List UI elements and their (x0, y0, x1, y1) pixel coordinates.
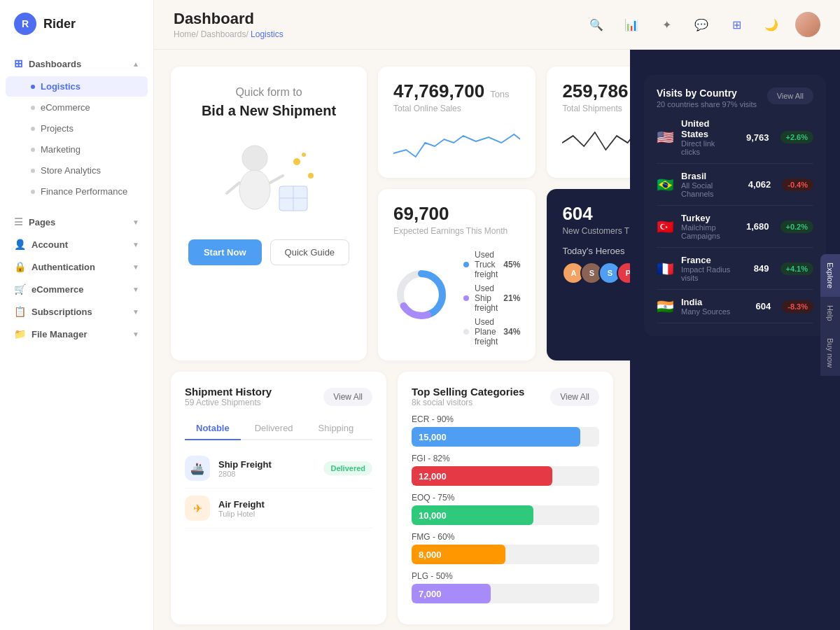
country-change-1: -0.4% (782, 178, 813, 191)
search-button[interactable]: 🔍 (585, 13, 608, 36)
bar-track-4: 7,000 (412, 584, 599, 603)
account-icon: 👤 (14, 239, 26, 250)
svg-line-2 (227, 183, 239, 193)
chevron-down-icon: ▼ (132, 241, 139, 248)
sidebar-group-auth[interactable]: 🔒 Authentication ▼ (0, 255, 153, 278)
breadcrumb-dashboards[interactable]: Dashboards/ (201, 29, 251, 39)
shipment-history-header: Shipment History 59 Active Shipments Vie… (185, 386, 372, 407)
stats-grid: 47,769,700 Tons Total Online Sales 259,7… (378, 66, 630, 360)
breadcrumb-home[interactable]: Home/ (174, 29, 201, 39)
bars-container: ECR - 90% 15,000 FGI - 82% 12,000 EOQ - … (412, 414, 599, 603)
page-title: Dashboard (174, 10, 284, 28)
shipment-view-all-button[interactable]: View All (323, 388, 372, 406)
ship-dot (463, 295, 469, 301)
country-flag-2: 🇹🇷 (657, 218, 674, 235)
bar-row-3: FMG - 60% 8,000 (412, 532, 599, 564)
sidebar-group-account[interactable]: 👤 Account ▼ (0, 233, 153, 255)
tab-delivered[interactable]: Delivered (244, 417, 304, 440)
tab-shipping[interactable]: Shipping (307, 417, 365, 440)
country-row-4: 🇮🇳 India Many Sources 604 -8.3% (657, 290, 813, 323)
shipment-history-title: Shipment History (185, 386, 272, 398)
right-panel: Visits by Country 20 countries share 97%… (630, 50, 840, 630)
sidebar-item-finance[interactable]: Finance Performance (6, 181, 148, 202)
country-info-4: India Many Sources (681, 297, 730, 316)
sidebar-item-ecommerce[interactable]: eCommerce (6, 97, 148, 118)
avatar-image (795, 12, 820, 37)
donut-chart (393, 267, 449, 326)
tab-notable[interactable]: Notable (185, 417, 241, 440)
breadcrumb-current: Logistics (251, 29, 284, 39)
country-name-4: India (681, 297, 730, 307)
chat-button[interactable]: 💬 (690, 13, 713, 36)
ship-sub-1: 2808 (218, 470, 272, 478)
sidebar-item-marketing[interactable]: Marketing (6, 139, 148, 160)
bar-track-1: 12,000 (412, 466, 599, 486)
main-area: Dashboard Home/ Dashboards/ Logistics 🔍 … (154, 0, 840, 630)
top-row: Quick form to Bid a New Shipment (171, 66, 613, 360)
sidebar-group-dashboards[interactable]: ⊞ Dashboards ▲ (0, 52, 153, 76)
svg-point-7 (293, 158, 300, 165)
sidebar-group-pages[interactable]: ☰ Pages ▼ (0, 211, 153, 233)
country-count-1: 4,062 (743, 179, 771, 190)
ship-freight-icon: 🚢 (185, 456, 210, 481)
sidebar-group-subscriptions[interactable]: 📋 Subscriptions ▼ (0, 300, 153, 323)
ship-info-2: Air Freight Tulip Hotel (218, 499, 265, 518)
top-selling-card: Top Selling Categories 8k social visitor… (398, 372, 613, 624)
sidebar-item-logistics[interactable]: Logistics (6, 76, 148, 97)
shipments-label: Total Shipments (562, 104, 630, 113)
quick-guide-button[interactable]: Quick Guide (270, 239, 350, 265)
bar-fill-4: 7,000 (412, 584, 491, 603)
total-shipments-card: 259,786 Total Shipments (547, 66, 630, 178)
help-button[interactable]: Help (820, 297, 840, 330)
country-flag-1: 🇧🇷 (657, 176, 674, 193)
sidebar-group-files[interactable]: 📁 File Manager ▼ (0, 323, 153, 345)
plane-dot (463, 329, 469, 335)
dot-icon (31, 106, 35, 110)
ship-label: Used Ship freight (475, 284, 498, 313)
grid-button[interactable]: ⊞ (725, 13, 748, 36)
active-dot (31, 85, 35, 89)
sidebar-group-ecommerce[interactable]: 🛒 eCommerce ▼ (0, 278, 153, 300)
country-change-2: +0.2% (780, 220, 814, 233)
svg-point-9 (302, 153, 306, 157)
donut-section: Used Truck freight 45% Used Ship freight… (393, 246, 520, 346)
buy-now-button[interactable]: Buy now (820, 330, 840, 376)
country-change-4: -8.3% (782, 300, 813, 313)
top-selling-sub: 8k social visitors (412, 398, 524, 407)
ship-pct: 21% (503, 293, 520, 303)
sales-chart (393, 122, 520, 164)
explore-button[interactable]: Explore (820, 254, 840, 297)
country-change-3: +4.1% (780, 262, 814, 275)
visits-view-all-button[interactable]: View All (767, 88, 813, 104)
chart-button[interactable]: 📊 (620, 13, 643, 36)
side-buttons: Explore Help Buy now (820, 254, 840, 376)
logo[interactable]: R Rider (0, 0, 153, 48)
shipment-row-2: ✈ Air Freight Tulip Hotel (185, 489, 372, 528)
country-sub-4: Many Sources (681, 307, 730, 316)
top-selling-title: Top Selling Categories (412, 386, 524, 398)
user-avatar[interactable] (795, 12, 820, 37)
country-info-0: United States Direct link clicks (681, 118, 734, 156)
freight-legend: Used Truck freight 45% Used Ship freight… (463, 246, 520, 346)
logo-icon: R (14, 13, 36, 35)
truck-dot (463, 262, 469, 267)
truck-pct: 45% (503, 260, 520, 270)
sidebar-item-projects[interactable]: Projects (6, 118, 148, 139)
visits-card: Visits by Country 20 countries share 97%… (644, 75, 826, 336)
bar-track-0: 15,000 (412, 427, 599, 447)
sidebar-item-store-analytics[interactable]: Store Analytics (6, 160, 148, 181)
total-sales-value: 47,769,700 (393, 80, 484, 102)
theme-toggle[interactable]: 🌙 (760, 13, 783, 36)
settings-button[interactable]: ✦ (655, 13, 678, 36)
top-selling-view-all-button[interactable]: View All (550, 388, 599, 406)
chevron-up-icon: ▲ (132, 60, 139, 68)
sidebar: R Rider ⊞ Dashboards ▲ Logistics eCommer… (0, 0, 154, 630)
bar-fill-3: 8,000 (412, 545, 505, 564)
dot-icon (31, 169, 35, 173)
bar-label-3: FMG - 60% (412, 532, 454, 542)
plane-label: Used Plane freight (475, 317, 498, 346)
start-now-button[interactable]: Start Now (188, 239, 262, 265)
ship-status-1: Delivered (323, 461, 372, 475)
bar-row-0: ECR - 90% 15,000 (412, 414, 599, 447)
country-sub-2: Mailchimp Campaigns (681, 223, 734, 240)
